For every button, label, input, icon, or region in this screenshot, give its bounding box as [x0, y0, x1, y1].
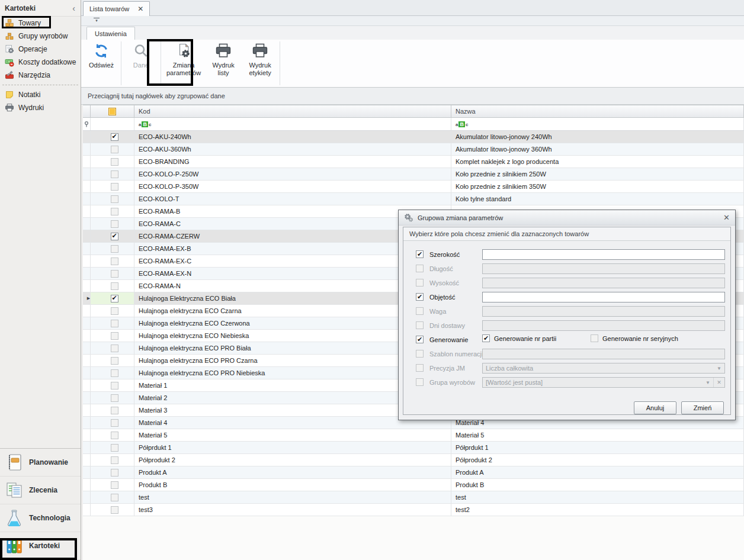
toolbar-customize-icon[interactable]: ▾ [94, 18, 100, 22]
row-checkbox-cell[interactable] [91, 466, 134, 479]
row-checkbox[interactable] [111, 307, 118, 315]
option-checkbox-generowanie-nr-seryjnych[interactable] [591, 334, 598, 342]
kod-cell[interactable]: ECO-KOLO-T [134, 193, 451, 205]
row-checkbox-cell[interactable] [91, 168, 134, 181]
row-checkbox[interactable] [111, 158, 118, 166]
row-indicator-cell[interactable] [83, 417, 91, 429]
row-checkbox[interactable] [111, 432, 118, 439]
kod-cell[interactable]: test [134, 491, 451, 504]
row-indicator-cell[interactable] [83, 193, 91, 205]
row-checkbox-cell[interactable] [91, 479, 134, 491]
ribbon-button-wydruk-etykiety[interactable]: Wydruk etykiety [242, 40, 278, 87]
tab-lista-towarow[interactable]: Lista towarów ✕ [83, 1, 150, 16]
field-checkbox-szerokość[interactable] [416, 250, 424, 258]
field-checkbox-generowanie[interactable] [416, 336, 424, 343]
nazwa-cell[interactable]: test2 [451, 504, 744, 516]
row-checkbox-cell[interactable] [91, 205, 134, 218]
row-indicator-cell[interactable] [83, 491, 91, 504]
nazwa-cell[interactable]: Produkt A [451, 466, 744, 479]
row-checkbox[interactable] [111, 394, 118, 402]
row-checkbox[interactable] [111, 220, 118, 228]
row-checkbox[interactable] [111, 345, 118, 352]
row-indicator-cell[interactable] [83, 392, 91, 404]
row-indicator-cell[interactable] [83, 143, 91, 156]
dialog-title-bar[interactable]: Grupowa zmiana parametrów ✕ [399, 210, 735, 226]
nazwa-cell[interactable]: Koło przednie z silnikiem 350W [451, 181, 744, 193]
field-checkbox-długość[interactable] [416, 265, 424, 272]
row-indicator-cell[interactable] [83, 131, 91, 143]
field-checkbox-objętość[interactable] [416, 293, 424, 301]
row-checkbox-cell[interactable] [91, 255, 134, 268]
header-select-all[interactable] [91, 105, 134, 117]
kod-cell[interactable]: Półprodukt 2 [134, 454, 451, 466]
dialog-close-icon[interactable]: ✕ [723, 213, 730, 222]
kod-cell[interactable]: Półprdukt 1 [134, 442, 451, 454]
sidebar-item-operacje[interactable]: Operacje [0, 43, 81, 56]
filter-checkbox-cell[interactable] [91, 118, 134, 130]
row-checkbox-cell[interactable] [91, 131, 134, 143]
sidebar-item-grupy-wyrob-w[interactable]: Grupy wyrobów [0, 30, 81, 43]
row-indicator-cell[interactable] [83, 181, 91, 193]
nazwa-cell[interactable]: Produkt B [451, 479, 744, 491]
row-indicator-cell[interactable] [83, 205, 91, 218]
row-indicator-cell[interactable] [83, 243, 91, 255]
row-checkbox[interactable] [111, 170, 118, 178]
filter-pin-cell[interactable] [83, 118, 91, 130]
row-checkbox[interactable] [111, 481, 118, 489]
nazwa-cell[interactable]: Akumulator litowo-jonowy 360Wh [451, 143, 744, 156]
row-checkbox[interactable] [111, 270, 118, 278]
row-checkbox[interactable] [111, 258, 118, 265]
kod-cell[interactable]: test3 [134, 504, 451, 516]
column-header-nazwa[interactable]: Nazwa [451, 105, 744, 117]
tab-close-icon[interactable]: ✕ [137, 5, 143, 13]
row-checkbox[interactable] [111, 195, 118, 203]
field-input-objętość[interactable] [482, 292, 725, 302]
row-checkbox[interactable] [111, 332, 118, 340]
row-indicator-cell[interactable] [83, 280, 91, 292]
filter-nazwa-cell[interactable]: aBc [451, 118, 744, 130]
row-checkbox-cell[interactable] [91, 404, 134, 417]
nazwa-cell[interactable]: Komplet naklejek z logo producenta [451, 156, 744, 168]
field-input-szerokość[interactable] [482, 249, 725, 260]
row-checkbox-cell[interactable] [91, 379, 134, 392]
row-checkbox[interactable] [111, 369, 118, 377]
row-checkbox[interactable] [111, 456, 118, 464]
row-checkbox-cell[interactable] [91, 243, 134, 255]
row-checkbox-cell[interactable] [91, 367, 134, 379]
kod-cell[interactable]: ECO-BRANDING [134, 156, 451, 168]
row-indicator-cell[interactable] [83, 379, 91, 392]
row-checkbox-cell[interactable] [91, 280, 134, 292]
row-checkbox-cell[interactable] [91, 417, 134, 429]
row-indicator-cell[interactable] [83, 442, 91, 454]
cancel-button[interactable]: Anuluj [634, 401, 676, 414]
row-checkbox[interactable] [111, 245, 118, 253]
nazwa-cell[interactable]: Materiał 5 [451, 429, 744, 442]
field-checkbox-wysokość[interactable] [416, 279, 424, 287]
ribbon-button-wydruk-listy[interactable]: Wydruk listy [205, 40, 242, 87]
row-indicator-cell[interactable] [83, 218, 91, 230]
row-checkbox[interactable] [111, 407, 118, 414]
row-checkbox[interactable] [111, 382, 118, 390]
row-indicator-cell[interactable] [83, 367, 91, 379]
row-checkbox-cell[interactable] [91, 292, 134, 305]
row-checkbox[interactable] [111, 419, 118, 427]
kod-cell[interactable]: ECO-AKU-240Wh [134, 131, 451, 143]
row-checkbox-cell[interactable] [91, 143, 134, 156]
row-indicator-cell[interactable] [83, 330, 91, 342]
row-checkbox-cell[interactable] [91, 330, 134, 342]
sidebar-item-notatki[interactable]: Notatki [0, 88, 81, 101]
row-checkbox-cell[interactable] [91, 317, 134, 330]
column-header-kod[interactable]: Kod [134, 105, 451, 117]
row-indicator-cell[interactable] [83, 404, 91, 417]
bottom-nav-planowanie[interactable]: Planowanie [0, 449, 81, 477]
row-checkbox[interactable] [111, 282, 118, 290]
field-checkbox-waga[interactable] [416, 307, 424, 315]
filter-kod-cell[interactable]: aBc [134, 118, 451, 130]
row-checkbox-cell[interactable] [91, 454, 134, 466]
row-checkbox[interactable] [111, 133, 118, 141]
change-button[interactable]: Zmień [681, 401, 724, 414]
row-checkbox-cell[interactable] [91, 491, 134, 504]
row-checkbox-cell[interactable] [91, 442, 134, 454]
row-indicator-cell[interactable] [83, 317, 91, 330]
group-by-panel[interactable]: Przeciągnij tutaj nagłówek aby zgrupować… [81, 88, 744, 105]
